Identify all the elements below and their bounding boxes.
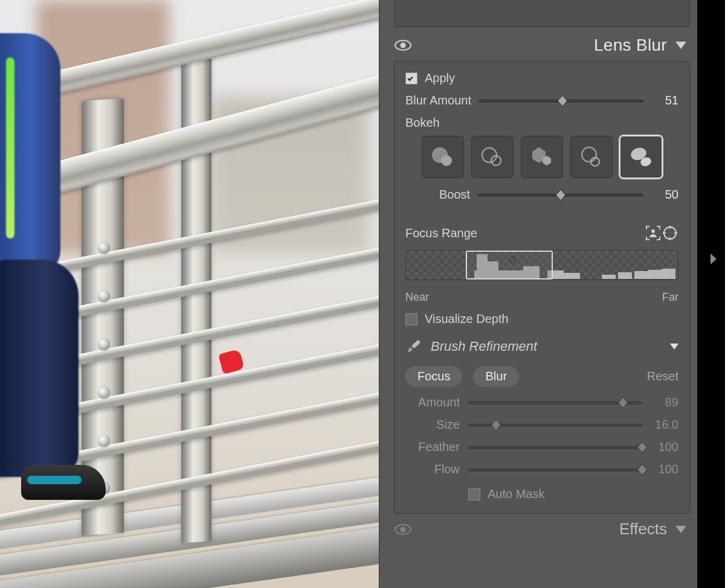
brush-flow-value[interactable]: 100	[651, 462, 678, 476]
brush-size-row: Size 16.0	[405, 418, 678, 432]
boost-label: Boost	[439, 188, 470, 202]
blur-amount-slider[interactable]	[478, 95, 643, 107]
subject-focus-icon[interactable]	[645, 225, 662, 241]
previous-panel-collapsed[interactable]	[394, 0, 690, 27]
boost-slider[interactable]	[477, 189, 643, 201]
svg-point-1	[401, 43, 406, 48]
lens-blur-header[interactable]: Lens Blur	[379, 32, 697, 61]
focus-range-header: Focus Range	[405, 225, 678, 241]
brush-collapse-icon[interactable]	[670, 344, 678, 350]
visualize-depth-label: Visualize Depth	[425, 312, 509, 326]
auto-mask-checkbox[interactable]	[468, 488, 480, 500]
target-focus-icon[interactable]	[662, 225, 678, 241]
effects-header[interactable]: Effects	[379, 514, 697, 538]
photo-preview[interactable]	[0, 0, 379, 588]
brush-flow-slider[interactable]	[468, 464, 642, 476]
divider	[405, 213, 678, 214]
focus-range-graph[interactable]	[405, 250, 678, 280]
visualize-depth-row: Visualize Depth	[405, 312, 678, 326]
apply-checkbox[interactable]	[405, 72, 417, 85]
apply-row: Apply	[405, 71, 678, 85]
auto-mask-row: Auto Mask	[468, 487, 678, 501]
brush-feather-value[interactable]: 100	[651, 440, 678, 454]
focus-pill[interactable]: Focus	[405, 366, 462, 387]
brush-size-slider[interactable]	[468, 419, 642, 431]
right-rail	[697, 0, 725, 588]
lens-blur-body: Apply Blur Amount 51 Bokeh	[394, 61, 690, 514]
brush-feather-slider[interactable]	[468, 441, 642, 453]
bokeh-option-1[interactable]	[422, 136, 464, 178]
near-label: Near	[405, 291, 429, 304]
auto-mask-label: Auto Mask	[488, 487, 544, 501]
bokeh-section: Bokeh	[405, 116, 678, 179]
brush-amount-label: Amount	[405, 395, 460, 409]
bokeh-option-4[interactable]	[570, 136, 613, 178]
svg-point-4	[482, 148, 497, 162]
brush-icon	[405, 338, 422, 355]
bokeh-option-5[interactable]	[620, 136, 662, 178]
eye-icon[interactable]	[394, 39, 412, 52]
eye-icon[interactable]	[394, 523, 412, 536]
effects-title: Effects	[619, 520, 667, 538]
svg-point-3	[441, 155, 452, 166]
boost-row: Boost 50	[405, 188, 678, 202]
collapse-icon[interactable]	[675, 42, 686, 49]
svg-point-15	[401, 526, 406, 532]
svg-point-12	[651, 229, 655, 233]
bokeh-option-3[interactable]	[521, 136, 563, 178]
blur-amount-row: Blur Amount 51	[405, 94, 678, 107]
brush-refinement-header[interactable]: Brush Refinement	[405, 338, 678, 355]
brush-amount-value[interactable]: 89	[651, 395, 678, 409]
develop-panel: Lens Blur Apply Blur Amount 51 Bokeh	[379, 0, 697, 588]
brush-flow-label: Flow	[405, 462, 460, 476]
brush-size-value[interactable]: 16.0	[651, 418, 678, 432]
boost-value[interactable]: 50	[651, 188, 678, 202]
brush-flow-row: Flow 100	[405, 462, 678, 476]
svg-point-8	[582, 147, 596, 162]
apply-label: Apply	[425, 71, 455, 85]
effects-collapse-icon[interactable]	[675, 526, 686, 533]
blur-pill[interactable]: Blur	[473, 366, 519, 387]
reset-button[interactable]: Reset	[647, 369, 678, 383]
bokeh-option-2[interactable]	[471, 136, 514, 178]
brush-mode-row: Focus Blur Reset	[405, 366, 678, 387]
far-label: Far	[662, 291, 678, 304]
brush-refinement-title: Brush Refinement	[431, 339, 662, 354]
bokeh-label: Bokeh	[405, 116, 678, 130]
app-root: Lens Blur Apply Blur Amount 51 Bokeh	[0, 0, 725, 588]
brush-feather-row: Feather 100	[405, 440, 678, 454]
focus-range-label: Focus Range	[405, 226, 645, 240]
near-far-labels: Near Far	[405, 291, 678, 304]
expand-right-icon[interactable]	[710, 254, 717, 264]
blur-amount-value[interactable]: 51	[651, 94, 678, 107]
brush-amount-row: Amount 89	[405, 395, 678, 409]
visualize-depth-checkbox[interactable]	[405, 313, 417, 325]
brush-feather-label: Feather	[405, 440, 460, 454]
blur-amount-label: Blur Amount	[405, 94, 471, 107]
brush-size-label: Size	[405, 418, 460, 432]
brush-amount-slider[interactable]	[468, 397, 642, 409]
panel-title: Lens Blur	[594, 36, 667, 55]
